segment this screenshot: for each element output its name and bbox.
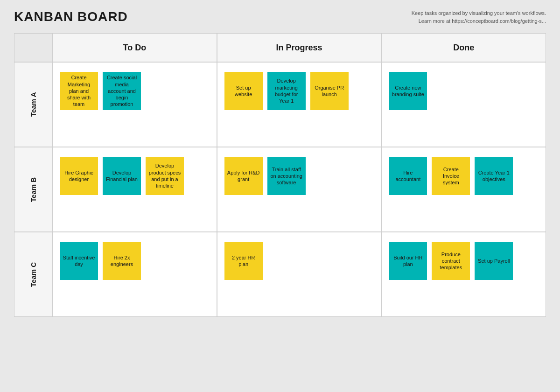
card-teamC-done-2[interactable]: Produce contract templates [432,242,470,280]
row-header-teamC: Team C [14,232,52,316]
cell-teamA-todo: Create Marketing plan and share with tea… [53,63,217,147]
page-header: KANBAN BOARD Keep tasks organized by vis… [14,9,546,25]
card-teamB-inprogress-2[interactable]: Train all staff on accounting software [267,157,306,195]
card-teamA-todo-2[interactable]: Create social media account and begin pr… [103,72,141,110]
card-teamA-done-1[interactable]: Create new branding suite [389,72,427,110]
card-teamA-inprogress-3[interactable]: Organise PR launch [310,72,349,110]
card-teamB-todo-2[interactable]: Develop Financial plan [103,157,141,195]
col-header-todo: To Do [53,34,217,62]
cell-teamB-todo: Hire Graphic designer Develop Financial … [53,147,217,231]
card-teamA-inprogress-1[interactable]: Set up website [224,72,263,110]
card-teamB-done-2[interactable]: Create Invoice system [432,157,470,195]
row-header-teamA: Team A [14,63,52,147]
kanban-board: To Do In Progress Done Team A Create Mar… [14,33,546,317]
row-header-teamB: Team B [14,147,52,231]
cell-teamA-inprogress: Set up website Develop marketing budget … [217,63,381,147]
card-teamB-todo-1[interactable]: Hire Graphic designer [60,157,98,195]
card-teamC-todo-2[interactable]: Hire 2x engineers [103,242,141,280]
cell-teamB-done: Hire accountant Create Invoice system Cr… [382,147,546,231]
cell-teamA-done: Create new branding suite [382,63,546,147]
card-teamB-todo-3[interactable]: Develop product specs and put in a timel… [146,157,184,195]
card-teamB-done-3[interactable]: Create Year 1 objectives [475,157,513,195]
card-teamC-done-1[interactable]: Build our HR plan [389,242,427,280]
card-teamB-done-1[interactable]: Hire accountant [389,157,427,195]
subtitle-line1: Keep tasks organized by visualizing your… [412,10,546,16]
card-teamA-todo-1[interactable]: Create Marketing plan and share with tea… [60,72,98,110]
page-title: KANBAN BOARD [14,9,128,24]
cell-teamC-inprogress: 2 year HR plan [217,232,381,316]
cell-teamC-done: Build our HR plan Produce contract templ… [382,232,546,316]
col-header-inprogress: In Progress [217,34,381,62]
card-teamC-inprogress-1[interactable]: 2 year HR plan [224,242,263,280]
corner-cell [14,34,52,62]
card-teamB-inprogress-1[interactable]: Apply for R&D grant [224,157,263,195]
card-teamC-todo-1[interactable]: Staff incentive day [60,242,98,280]
card-teamA-inprogress-2[interactable]: Develop marketing budget for Year 1 [267,72,306,110]
subtitle-line2: Learn more at https://conceptboard.com/b… [419,18,546,24]
cell-teamC-todo: Staff incentive day Hire 2x engineers [53,232,217,316]
page-subtitle: Keep tasks organized by visualizing your… [412,9,546,25]
col-header-done: Done [382,34,546,62]
cell-teamB-inprogress: Apply for R&D grant Train all staff on a… [217,147,381,231]
card-teamC-done-3[interactable]: Set up Payroll [475,242,513,280]
